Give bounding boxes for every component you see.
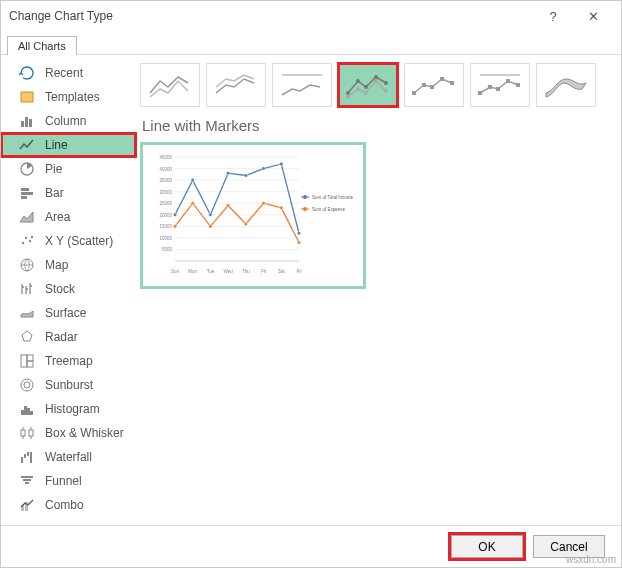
svg-text:Sum of Total Income: Sum of Total Income — [312, 195, 353, 200]
svg-text:35000: 35000 — [159, 178, 172, 183]
svg-text:Tue: Tue — [207, 269, 215, 274]
svg-rect-27 — [30, 452, 32, 463]
subtype-row — [140, 63, 609, 107]
sidebar-item-sunburst[interactable]: Sunburst — [1, 373, 136, 397]
sidebar-item-area[interactable]: Area — [1, 205, 136, 229]
sidebar-item-label: Histogram — [45, 402, 100, 416]
subtype-stacked-line-markers[interactable] — [404, 63, 464, 107]
waterfall-icon — [19, 449, 35, 465]
svg-point-93 — [209, 225, 213, 229]
histogram-icon — [19, 401, 35, 417]
svg-rect-18 — [21, 410, 24, 415]
sidebar-item-label: Radar — [45, 330, 78, 344]
svg-point-34 — [356, 79, 360, 83]
sidebar-item-stock[interactable]: Stock — [1, 277, 136, 301]
change-chart-type-dialog: Change Chart Type ? ✕ All Charts Recent … — [0, 0, 622, 568]
svg-rect-6 — [21, 192, 33, 195]
combo-icon — [19, 497, 35, 513]
svg-point-11 — [31, 236, 33, 238]
tab-all-charts[interactable]: All Charts — [7, 36, 77, 55]
line-icon — [19, 137, 35, 153]
titlebar: Change Chart Type ? ✕ — [1, 1, 621, 31]
svg-text:Mon: Mon — [188, 269, 197, 274]
subtype-line[interactable] — [140, 63, 200, 107]
svg-rect-47 — [450, 81, 454, 85]
svg-point-91 — [173, 225, 177, 229]
svg-rect-29 — [23, 479, 31, 481]
sidebar-item-label: Treemap — [45, 354, 93, 368]
svg-point-38 — [346, 95, 350, 99]
sidebar-item-box-whisker[interactable]: Box & Whisker — [1, 421, 136, 445]
sidebar-item-column[interactable]: Column — [1, 109, 136, 133]
ok-button[interactable]: OK — [451, 535, 523, 558]
sidebar-item-map[interactable]: Map — [1, 253, 136, 277]
help-button[interactable]: ? — [533, 2, 573, 30]
sidebar-item-recent[interactable]: Recent — [1, 61, 136, 85]
sidebar-item-label: Map — [45, 258, 68, 272]
sunburst-icon — [19, 377, 35, 393]
sidebar-item-label: Waterfall — [45, 450, 92, 464]
sidebar-item-label: Templates — [45, 90, 100, 104]
svg-rect-46 — [440, 77, 444, 81]
svg-text:25000: 25000 — [159, 201, 172, 206]
subtype-100-stacked-line-markers[interactable] — [470, 63, 530, 107]
svg-rect-44 — [422, 83, 426, 87]
sidebar-item-label: Line — [45, 138, 68, 152]
svg-point-96 — [262, 201, 266, 205]
svg-text:5000: 5000 — [162, 247, 173, 252]
subtype-line-markers[interactable] — [338, 63, 398, 107]
sidebar-item-bar[interactable]: Bar — [1, 181, 136, 205]
svg-text:Sat: Sat — [278, 269, 286, 274]
sidebar-item-scatter[interactable]: X Y (Scatter) — [1, 229, 136, 253]
box-whisker-icon — [19, 425, 35, 441]
svg-rect-1 — [21, 121, 24, 127]
sidebar-item-label: Surface — [45, 306, 86, 320]
svg-point-92 — [191, 201, 195, 205]
svg-rect-48 — [478, 91, 482, 95]
svg-rect-51 — [506, 79, 510, 83]
svg-rect-28 — [21, 476, 33, 478]
svg-rect-14 — [27, 355, 33, 361]
funnel-icon — [19, 473, 35, 489]
svg-point-17 — [24, 382, 30, 388]
svg-text:Sun: Sun — [171, 269, 180, 274]
sidebar-item-line[interactable]: Line — [1, 133, 136, 157]
svg-point-82 — [209, 213, 213, 217]
svg-rect-22 — [21, 430, 25, 436]
svg-rect-26 — [27, 452, 29, 456]
svg-rect-7 — [21, 196, 27, 199]
svg-point-9 — [25, 237, 27, 239]
sidebar-item-treemap[interactable]: Treemap — [1, 349, 136, 373]
sidebar-item-label: Sunburst — [45, 378, 93, 392]
svg-rect-24 — [21, 457, 23, 463]
subtype-stacked-line[interactable] — [206, 63, 266, 107]
sidebar-item-templates[interactable]: Templates — [1, 85, 136, 109]
sidebar-item-histogram[interactable]: Histogram — [1, 397, 136, 421]
sidebar-item-surface[interactable]: Surface — [1, 301, 136, 325]
svg-point-87 — [297, 231, 301, 235]
sidebar-item-funnel[interactable]: Funnel — [1, 469, 136, 493]
watermark: wsxdn.com — [566, 554, 616, 565]
close-button[interactable]: ✕ — [573, 2, 613, 30]
sidebar-item-combo[interactable]: Combo — [1, 493, 136, 517]
sidebar-item-pie[interactable]: Pie — [1, 157, 136, 181]
sidebar-item-label: Column — [45, 114, 86, 128]
sidebar-item-radar[interactable]: Radar — [1, 325, 136, 349]
subtype-100-stacked-line[interactable] — [272, 63, 332, 107]
bar-icon — [19, 185, 35, 201]
sidebar-item-waterfall[interactable]: Waterfall — [1, 445, 136, 469]
svg-text:20000: 20000 — [159, 213, 172, 218]
stock-icon — [19, 281, 35, 297]
pie-icon — [19, 161, 35, 177]
chart-preview[interactable]: 5000100001500020000250003000035000400004… — [140, 142, 366, 289]
svg-rect-52 — [516, 83, 520, 87]
svg-point-84 — [244, 174, 248, 178]
svg-rect-43 — [412, 91, 416, 95]
surface-icon — [19, 305, 35, 321]
sidebar-item-label: Funnel — [45, 474, 82, 488]
svg-text:30000: 30000 — [159, 190, 172, 195]
svg-rect-3 — [29, 119, 32, 127]
scatter-icon — [19, 233, 35, 249]
subtype-3d-line[interactable] — [536, 63, 596, 107]
svg-rect-30 — [25, 482, 29, 484]
